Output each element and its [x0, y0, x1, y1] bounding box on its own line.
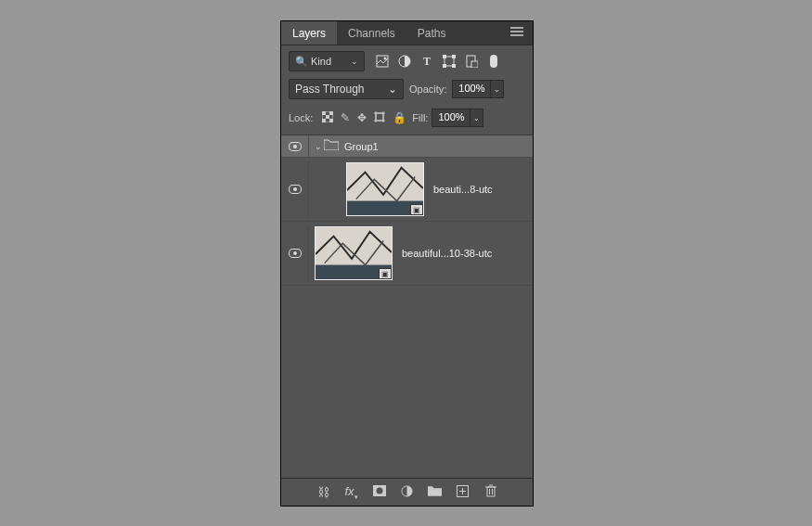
lock-artboard-icon[interactable] — [374, 111, 385, 125]
lock-move-icon[interactable]: ✥ — [357, 111, 367, 125]
visibility-toggle[interactable] — [281, 225, 309, 281]
svg-rect-31 — [487, 487, 495, 496]
layer-name[interactable]: Group1 — [344, 141, 379, 152]
filter-pixel-icon[interactable] — [376, 55, 389, 68]
filter-adjustment-icon[interactable] — [398, 55, 411, 68]
lock-transparency-icon[interactable] — [322, 111, 333, 125]
layer-thumbnail[interactable]: ▣ — [346, 162, 424, 216]
folder-icon — [324, 139, 339, 153]
lock-label: Lock: — [289, 112, 313, 123]
lock-fill-row: Lock: ✎ ✥ 🔒 Fill: 100% ⌄ — [281, 105, 533, 135]
svg-rect-12 — [329, 111, 333, 115]
filter-shape-icon[interactable] — [443, 55, 456, 68]
svg-rect-11 — [322, 111, 326, 115]
layer-group-row[interactable]: ⌄ Group1 — [281, 135, 533, 158]
group-expand-toggle[interactable]: ⌄ — [315, 142, 322, 151]
layer-name[interactable]: beautiful...10-38-utc — [402, 248, 492, 259]
lock-brush-icon[interactable]: ✎ — [341, 111, 350, 125]
filter-toggle[interactable] — [487, 55, 500, 68]
fill-input[interactable]: 100% — [432, 109, 470, 127]
add-mask-button[interactable] — [372, 485, 387, 499]
delete-layer-button[interactable] — [483, 484, 498, 500]
layer-row[interactable]: ▣ beautiful...10-38-utc — [281, 222, 533, 286]
svg-rect-7 — [452, 64, 456, 68]
tabbar: Layers Channels Paths — [281, 21, 533, 45]
panel-footer: ⛓ fx▾ — [281, 478, 533, 506]
tab-channels[interactable]: Channels — [337, 21, 406, 45]
opacity-stepper[interactable]: ⌄ — [491, 80, 504, 98]
svg-rect-9 — [471, 61, 478, 68]
opacity-label: Opacity: — [409, 83, 446, 95]
panel-menu-button[interactable] — [501, 25, 533, 41]
blend-opacity-row: Pass Through ⌄ Opacity: 100% ⌄ — [281, 77, 533, 105]
svg-point-26 — [376, 488, 382, 494]
new-adjustment-button[interactable] — [400, 485, 415, 500]
svg-rect-15 — [329, 119, 333, 122]
filter-kind-select[interactable]: 🔍Kind ⌄ — [289, 51, 365, 71]
filter-type-icon[interactable]: T — [420, 55, 433, 68]
new-group-button[interactable] — [428, 485, 443, 499]
smart-object-badge: ▣ — [379, 268, 392, 279]
smart-object-badge: ▣ — [410, 204, 423, 215]
layer-fx-button[interactable]: fx▾ — [344, 484, 359, 501]
filter-row: 🔍Kind ⌄ T — [281, 45, 533, 77]
fill-stepper[interactable]: ⌄ — [470, 109, 483, 127]
svg-rect-14 — [322, 119, 326, 122]
blend-mode-select[interactable]: Pass Through ⌄ — [289, 79, 404, 99]
layer-thumbnail[interactable]: ▣ — [315, 226, 393, 280]
svg-rect-0 — [377, 56, 388, 67]
layer-row[interactable]: ▣ beauti...8-utc — [281, 158, 533, 222]
chevron-down-icon: ⌄ — [351, 57, 358, 66]
layer-name[interactable]: beauti...8-utc — [433, 184, 493, 195]
tab-paths[interactable]: Paths — [406, 21, 458, 45]
eye-icon — [289, 249, 302, 258]
link-layers-button[interactable]: ⛓ — [316, 485, 331, 499]
svg-point-1 — [384, 58, 387, 60]
filter-smart-icon[interactable] — [465, 55, 478, 68]
eye-icon — [289, 142, 302, 151]
svg-rect-6 — [443, 64, 446, 68]
lock-all-icon[interactable]: 🔒 — [393, 111, 406, 125]
svg-rect-4 — [443, 55, 446, 58]
svg-rect-13 — [326, 115, 329, 119]
search-icon: 🔍 — [295, 56, 308, 68]
tab-layers[interactable]: Layers — [281, 21, 337, 45]
chevron-down-icon: ⌄ — [388, 83, 397, 96]
opacity-input[interactable]: 100% — [452, 80, 491, 98]
svg-rect-16 — [376, 113, 383, 121]
visibility-toggle[interactable] — [281, 135, 309, 157]
svg-rect-5 — [452, 55, 456, 58]
fill-label: Fill: — [412, 112, 428, 123]
eye-icon — [289, 185, 302, 194]
new-layer-button[interactable] — [456, 485, 470, 500]
visibility-toggle[interactable] — [281, 161, 309, 217]
layer-list: ⌄ Group1 ▣ beauti...8-utc ▣ beautiful...… — [281, 135, 533, 478]
layers-panel: Layers Channels Paths 🔍Kind ⌄ T Pass Thr… — [280, 20, 534, 507]
